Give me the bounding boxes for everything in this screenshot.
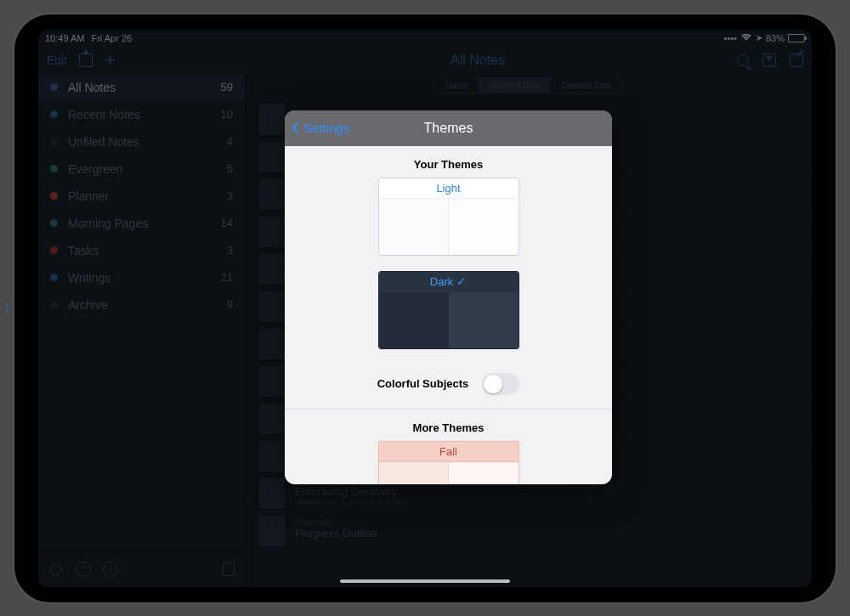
popover-header: Settings Themes (285, 110, 612, 146)
check-icon: ✓ (456, 274, 467, 288)
theme-fall[interactable]: Fall (378, 441, 519, 484)
themes-popover: Settings Themes Your Themes Light (285, 110, 612, 484)
home-indicator[interactable] (340, 579, 510, 583)
ipad-bezel: 10:49 AM Fri Apr 26 •••• ➤ 83% Edit + Al… (13, 13, 837, 604)
screen: 10:49 AM Fri Apr 26 •••• ➤ 83% Edit + Al… (38, 30, 812, 587)
your-themes-heading: Your Themes (285, 146, 612, 178)
back-label: Settings (303, 121, 349, 135)
colorful-subjects-toggle[interactable] (482, 373, 519, 395)
back-button[interactable]: Settings (293, 121, 349, 135)
theme-dark[interactable]: Dark ✓ (378, 271, 519, 349)
chevron-left-icon (292, 122, 303, 133)
theme-light-label: Light (436, 182, 460, 195)
popover-body[interactable]: Your Themes Light Dark ✓ (285, 146, 612, 484)
theme-light[interactable]: Light (378, 178, 519, 256)
theme-dark-label: Dark (430, 275, 453, 288)
colorful-subjects-label: Colorful Subjects (377, 377, 469, 390)
theme-fall-label: Fall (439, 445, 457, 458)
more-themes-heading: More Themes (285, 410, 612, 441)
bezel-speaker-dots (6, 304, 8, 313)
colorful-subjects-row: Colorful Subjects (285, 365, 612, 410)
